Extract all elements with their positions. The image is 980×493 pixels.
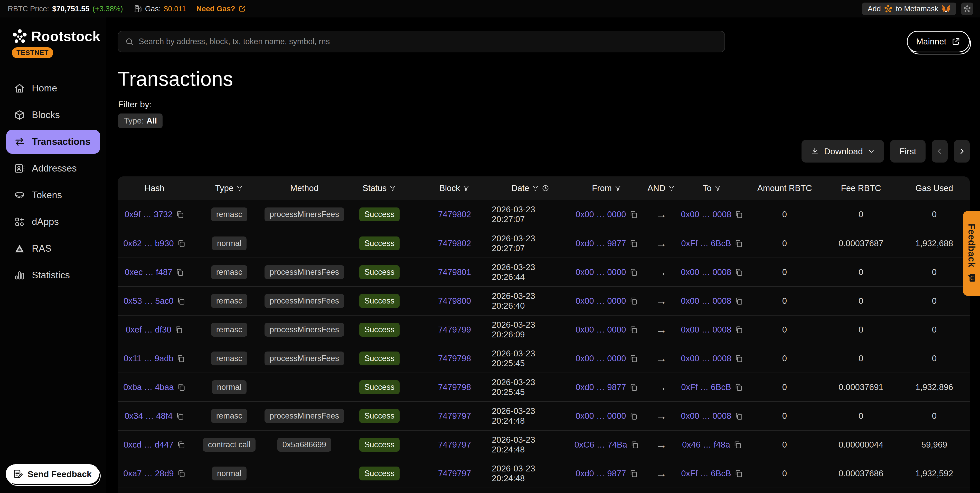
to-address-link[interactable]: 0x00 … 0008 (681, 325, 731, 335)
to-address-link[interactable]: 0xFf … 6BcB (681, 239, 731, 248)
copy-icon[interactable] (735, 354, 743, 363)
tx-hash-link[interactable]: 0x11 … 9adb (124, 353, 173, 363)
search-bar[interactable] (118, 31, 725, 52)
tx-hash-link[interactable]: 0xcd … d447 (124, 440, 173, 450)
tx-hash-link[interactable]: 0x34 … 48f4 (124, 411, 173, 421)
copy-icon[interactable] (735, 325, 743, 334)
col-to[interactable]: To (678, 183, 746, 193)
copy-icon[interactable] (175, 268, 184, 277)
sidebar-item-ras[interactable]: RAS (6, 237, 100, 261)
block-link[interactable]: 7479802 (438, 239, 471, 248)
block-link[interactable]: 7479800 (438, 296, 471, 306)
tx-hash-link[interactable]: 0xa7 … 28d9 (123, 469, 173, 479)
tx-hash-link[interactable]: 0x53 … 5ac0 (124, 296, 173, 306)
from-address-link[interactable]: 0x00 … 0000 (576, 353, 626, 363)
copy-icon[interactable] (734, 383, 743, 391)
sidebar-item-addresses[interactable]: Addresses (6, 156, 100, 181)
col-date[interactable]: Date (492, 183, 569, 193)
to-address-link[interactable]: 0xFf … 6BcB (681, 382, 731, 392)
previous-page-button[interactable] (932, 140, 948, 162)
copy-icon[interactable] (176, 412, 185, 420)
block-link[interactable]: 7479799 (438, 325, 471, 335)
sidebar-item-transactions[interactable]: Transactions (6, 130, 100, 154)
block-link[interactable]: 7479797 (438, 469, 471, 479)
copy-icon[interactable] (735, 412, 743, 420)
from-address-link[interactable]: 0xd0 … 9877 (576, 382, 626, 392)
copy-icon[interactable] (733, 441, 742, 449)
tx-hash-link[interactable]: 0xef … df30 (126, 325, 172, 335)
block-link[interactable]: 7479797 (438, 411, 471, 421)
copy-icon[interactable] (629, 412, 638, 420)
from-address-link[interactable]: 0x00 … 0000 (576, 411, 626, 421)
copy-icon[interactable] (629, 268, 638, 277)
to-address-link[interactable]: 0x00 … 0008 (681, 411, 731, 421)
to-address-link[interactable]: 0x00 … 0008 (681, 210, 731, 219)
download-button[interactable]: Download (802, 140, 884, 162)
from-address-link[interactable]: 0xd0 … 9877 (576, 239, 626, 248)
block-link[interactable]: 7479802 (438, 210, 471, 219)
copy-icon[interactable] (177, 469, 186, 478)
copy-icon[interactable] (629, 469, 638, 478)
tx-hash-link[interactable]: 0x9f … 3732 (124, 210, 173, 219)
rootstock-quick-button[interactable] (961, 3, 973, 15)
type-filter-chip[interactable]: Type: All (118, 113, 162, 128)
sidebar-item-blocks[interactable]: Blocks (6, 103, 100, 127)
add-to-metamask-button[interactable]: Add to Metamask (862, 3, 956, 15)
to-address-link[interactable]: 0x00 … 0008 (681, 296, 731, 306)
brand-logo[interactable]: Rootstock (6, 28, 100, 44)
sidebar-item-tokens[interactable]: Tokens (6, 183, 100, 207)
copy-icon[interactable] (177, 441, 185, 449)
copy-icon[interactable] (629, 239, 638, 248)
need-gas-link[interactable]: Need Gas? (196, 5, 246, 13)
from-address-link[interactable]: 0x00 … 0000 (576, 267, 626, 277)
copy-icon[interactable] (629, 325, 638, 334)
col-status[interactable]: Status (342, 183, 417, 193)
block-link[interactable]: 7479798 (438, 382, 471, 392)
sidebar-item-dapps[interactable]: dApps (6, 210, 100, 234)
block-link[interactable]: 7479797 (438, 440, 471, 450)
copy-icon[interactable] (176, 210, 185, 219)
col-and[interactable]: AND (644, 183, 678, 193)
from-address-link[interactable]: 0xd0 … 9877 (576, 469, 626, 479)
from-address-link[interactable]: 0x00 … 0000 (576, 210, 626, 219)
col-from[interactable]: From (569, 183, 644, 193)
copy-icon[interactable] (629, 210, 638, 219)
tx-hash-link[interactable]: 0x62 … b930 (123, 239, 173, 248)
sidebar-item-home[interactable]: Home (6, 76, 100, 100)
copy-icon[interactable] (629, 383, 638, 391)
tx-hash-link[interactable]: 0xba … 4baa (123, 382, 173, 392)
to-address-link[interactable]: 0x46 … f48a (682, 440, 730, 450)
copy-icon[interactable] (177, 239, 186, 248)
feedback-tab[interactable]: Feedback (963, 211, 980, 296)
copy-icon[interactable] (629, 354, 638, 363)
download-icon (810, 146, 819, 156)
to-address-link[interactable]: 0x00 … 0008 (681, 267, 731, 277)
to-address-link[interactable]: 0xFf … 6BcB (681, 469, 731, 479)
first-page-button[interactable]: First (890, 140, 926, 162)
copy-icon[interactable] (630, 441, 639, 449)
copy-icon[interactable] (735, 210, 743, 219)
copy-icon[interactable] (629, 297, 638, 305)
copy-icon[interactable] (177, 354, 185, 363)
next-page-button[interactable] (954, 140, 970, 162)
tx-hash-link[interactable]: 0xec … f487 (125, 267, 172, 277)
block-link[interactable]: 7479801 (438, 267, 471, 277)
copy-icon[interactable] (734, 469, 743, 478)
sidebar-item-statistics[interactable]: Statistics (6, 263, 100, 287)
send-feedback-button[interactable]: Send Feedback (6, 464, 99, 484)
from-address-link[interactable]: 0x00 … 0000 (576, 325, 626, 335)
block-link[interactable]: 7479798 (438, 353, 471, 363)
copy-icon[interactable] (734, 239, 743, 248)
copy-icon[interactable] (735, 268, 743, 277)
copy-icon[interactable] (177, 383, 186, 391)
copy-icon[interactable] (174, 325, 183, 334)
search-input[interactable] (139, 37, 718, 46)
copy-icon[interactable] (735, 297, 743, 305)
mainnet-switch-button[interactable]: Mainnet (907, 31, 970, 52)
col-type[interactable]: Type (191, 183, 267, 193)
from-address-link[interactable]: 0x00 … 0000 (576, 296, 626, 306)
from-address-link[interactable]: 0xC6 … 74Ba (574, 440, 627, 450)
col-block[interactable]: Block (417, 183, 492, 193)
copy-icon[interactable] (177, 297, 185, 305)
to-address-link[interactable]: 0x00 … 0008 (681, 353, 731, 363)
